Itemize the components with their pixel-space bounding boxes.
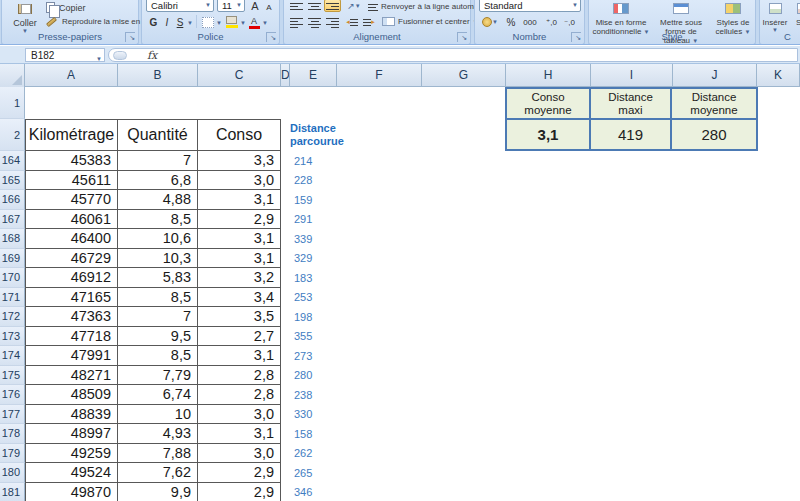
cell-quantite[interactable]: 8,5: [118, 346, 198, 366]
cell-conso[interactable]: 2,9: [198, 483, 281, 501]
summary-title-conso-moyenne[interactable]: Consomoyenne: [507, 89, 591, 118]
cell-distance-parcourue[interactable]: 158: [290, 424, 350, 444]
number-dialog-launcher-icon[interactable]: ↘: [571, 32, 581, 42]
cell-distance-parcourue[interactable]: 339: [290, 229, 350, 249]
cell-conso[interactable]: 3,4: [198, 288, 281, 308]
row-header[interactable]: 179: [0, 444, 25, 464]
cell-kilometrage[interactable]: 49524: [25, 463, 118, 483]
cell-distance-parcourue[interactable]: 346: [290, 483, 350, 501]
cell-quantite[interactable]: 9,9: [118, 483, 198, 501]
increase-indent-button[interactable]: ▸: [361, 15, 377, 28]
row-header[interactable]: 1: [0, 87, 25, 119]
cell-conso[interactable]: 2,9: [198, 210, 281, 230]
row-header[interactable]: 165: [0, 171, 25, 191]
cell-distance-parcourue[interactable]: 329: [290, 249, 350, 269]
row-header[interactable]: 170: [0, 268, 25, 288]
font-color-button[interactable]: A: [247, 15, 261, 29]
header-kilometrage[interactable]: Kilométrage: [25, 119, 118, 151]
underline-button[interactable]: S: [174, 15, 186, 29]
cell-distance-parcourue[interactable]: 198: [290, 307, 350, 327]
summary-title-distance-moyenne[interactable]: Distancemoyenne: [672, 89, 756, 118]
cell-quantite[interactable]: 5,83: [118, 268, 198, 288]
cell-quantite[interactable]: 7,79: [118, 366, 198, 386]
column-header-J[interactable]: J: [673, 64, 757, 87]
row-header[interactable]: 171: [0, 288, 25, 308]
cell-kilometrage[interactable]: 46400: [25, 229, 118, 249]
align-top-button[interactable]: [288, 0, 305, 12]
underline-dropdown-icon[interactable]: ▼: [187, 20, 193, 26]
row-header[interactable]: 173: [0, 327, 25, 347]
cell-kilometrage[interactable]: 46729: [25, 249, 118, 269]
shrink-font-button[interactable]: A: [263, 2, 275, 12]
cell-kilometrage[interactable]: 45611: [25, 171, 118, 191]
cell-conso[interactable]: 3,0: [198, 444, 281, 464]
cell-conso[interactable]: 3,0: [198, 171, 281, 191]
align-middle-button[interactable]: [306, 0, 323, 12]
cell-conso[interactable]: 2,8: [198, 385, 281, 405]
cell-quantite[interactable]: 9,5: [118, 327, 198, 347]
cell-kilometrage[interactable]: 47718: [25, 327, 118, 347]
decrease-decimal-button[interactable]: ⁻,0: [561, 15, 578, 29]
row-header[interactable]: 177: [0, 405, 25, 425]
cell-quantite[interactable]: 7: [118, 307, 198, 327]
row-header[interactable]: 168: [0, 229, 25, 249]
header-quantite[interactable]: Quantité: [118, 119, 198, 151]
fill-color-button[interactable]: [224, 15, 239, 29]
align-bottom-button[interactable]: [324, 0, 341, 12]
align-left-button[interactable]: [288, 15, 305, 28]
cell-conso[interactable]: 2,7: [198, 327, 281, 347]
cell-quantite[interactable]: 6,8: [118, 171, 198, 191]
select-all-corner[interactable]: [0, 64, 25, 87]
cell-kilometrage[interactable]: 46061: [25, 210, 118, 230]
cell-kilometrage[interactable]: 46912: [25, 268, 118, 288]
cell-conso[interactable]: 3,3: [198, 151, 281, 171]
copy-button[interactable]: Copier: [46, 2, 86, 13]
cell-kilometrage[interactable]: 47363: [25, 307, 118, 327]
column-header-F[interactable]: F: [337, 64, 422, 87]
cell-conso[interactable]: 3,1: [198, 346, 281, 366]
row-header[interactable]: 164: [0, 151, 25, 171]
cell-distance-parcourue[interactable]: 159: [290, 190, 350, 210]
row-header[interactable]: 176: [0, 385, 25, 405]
paste-button[interactable]: Coller ▼: [10, 0, 40, 34]
cell-quantite[interactable]: 7: [118, 151, 198, 171]
cell-conso[interactable]: 3,1: [198, 229, 281, 249]
cell-distance-parcourue[interactable]: 262: [290, 444, 350, 464]
cell-distance-parcourue[interactable]: 253: [290, 288, 350, 308]
formula-input[interactable]: [169, 49, 795, 61]
cell-kilometrage[interactable]: 48997: [25, 424, 118, 444]
cell-conso[interactable]: 2,9: [198, 463, 281, 483]
cell-kilometrage[interactable]: 48839: [25, 405, 118, 425]
cell-kilometrage[interactable]: 48509: [25, 385, 118, 405]
name-box[interactable]: B182 ▼: [25, 48, 105, 62]
row-header[interactable]: 2: [0, 119, 25, 151]
delete-cells-button[interactable]: Sup: [790, 0, 800, 27]
cell-quantite[interactable]: 4,88: [118, 190, 198, 210]
cell-conso[interactable]: 3,1: [198, 424, 281, 444]
cell-quantite[interactable]: 10,3: [118, 249, 198, 269]
cell-quantite[interactable]: 6,74: [118, 385, 198, 405]
italic-button[interactable]: I: [161, 15, 173, 29]
cell-kilometrage[interactable]: 48271: [25, 366, 118, 386]
align-right-button[interactable]: [324, 15, 341, 28]
cell-quantite[interactable]: 10: [118, 405, 198, 425]
cell-distance-parcourue[interactable]: 280: [290, 366, 350, 386]
font-dialog-launcher-icon[interactable]: ↘: [266, 32, 276, 42]
cell-quantite[interactable]: 4,93: [118, 424, 198, 444]
font-name-select[interactable]: Calibri▼: [146, 0, 214, 12]
cell-distance-parcourue[interactable]: 214: [290, 151, 350, 171]
increase-decimal-button[interactable]: ⁺,0: [543, 15, 560, 29]
cell-distance-parcourue[interactable]: 228: [290, 171, 350, 191]
cell-kilometrage[interactable]: 45770: [25, 190, 118, 210]
row-header[interactable]: 175: [0, 366, 25, 386]
fill-color-dropdown-icon[interactable]: ▼: [240, 20, 246, 26]
column-header-H[interactable]: H: [506, 64, 591, 87]
align-center-button[interactable]: [306, 15, 323, 28]
borders-button[interactable]: [200, 15, 215, 29]
percent-button[interactable]: %: [504, 15, 518, 29]
thousands-button[interactable]: 000: [520, 15, 540, 29]
alignment-dialog-launcher-icon[interactable]: ↘: [457, 32, 467, 42]
borders-dropdown-icon[interactable]: ▼: [216, 20, 222, 26]
cell-distance-parcourue[interactable]: 291: [290, 210, 350, 230]
column-header-C[interactable]: C: [198, 64, 281, 87]
